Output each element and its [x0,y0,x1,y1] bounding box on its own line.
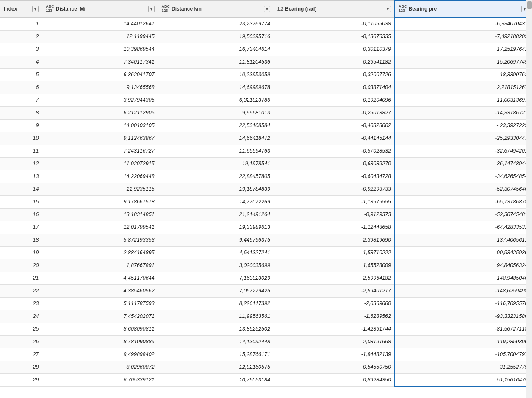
table-row: 214,4511706447,1630230292,59964182148,94… [0,272,532,284]
cell-bearing-rad: -0,25013827 [274,106,395,119]
cell-dist-mi: 9,499898402 [42,348,158,361]
cell-dist-km: 9,99681013 [158,106,274,119]
cell-index: 8 [0,106,42,119]
cell-bearing-rad: 1,65528009 [274,259,395,272]
type-icon-dist-mi: ABC123 [46,5,54,13]
cell-bearing-rad: 2,39819690 [274,234,395,246]
cell-bearing-pre: 17,25197641 [395,43,532,56]
cell-dist-km: 19,33989613 [158,221,274,234]
cell-index: 27 [0,348,42,361]
table-row: 1411,923511519,18784839-0,92293733-52,30… [0,183,532,195]
table-row: 258,60809081113,85252502-1,42361744-81,5… [0,323,532,335]
cell-index: 25 [0,323,42,335]
cell-bearing-rad: -0,44145144 [274,132,395,145]
col-header-index: Index ▾ [0,0,42,17]
cell-dist-mi: 8,02960872 [42,361,158,373]
cell-bearing-pre: -36,14748944 [395,157,532,170]
table-row: 159,17866757814,77072269-1,13676555-65,1… [0,195,532,208]
cell-dist-mi: 9,112463867 [42,132,158,145]
cell-bearing-pre: -148,6259498 [395,284,532,297]
cell-dist-km: 14,69989678 [158,81,274,94]
cell-bearing-rad: -0,63089270 [274,157,395,170]
cell-dist-mi: 11,9235115 [42,183,158,195]
type-icon-bearing-rad: 1.2 [277,7,283,11]
cell-index: 11 [0,145,42,157]
cell-bearing-pre: -52,30745646 [395,183,532,195]
table-row: 1712,0179954119,33989613-1,12448658-64,4… [0,221,532,234]
cell-bearing-rad: 0,54550750 [274,361,395,373]
col-dist-km-dropdown[interactable]: ▾ [264,6,270,12]
col-dist-mi-dropdown[interactable]: ▾ [148,6,155,12]
cell-bearing-pre: 15,20697749 [395,56,532,68]
cell-bearing-pre: 31,2552775 [395,361,532,373]
cell-dist-km: 22,88457805 [158,170,274,183]
table-row: 224,3854605627,057279425-2,59401217-148,… [0,284,532,297]
cell-index: 23 [0,297,42,310]
cell-dist-km: 3,020035699 [158,259,274,272]
cell-dist-mi: 8,608090811 [42,323,158,335]
data-table-container: Index ▾ ABC123 Distance_Mi ▾ [0,0,532,398]
table-row: 1314,2206944822,88457805-0,60434728-34,6… [0,170,532,183]
table-row: 212,119944519,50395716-0,13076335-7,4921… [0,30,532,43]
cell-bearing-pre: -32,67494201 [395,145,532,157]
cell-bearing-pre: -119,2850396 [395,335,532,348]
cell-bearing-rad: -0,92293733 [274,183,395,195]
col-bearing-rad-label: 1.2 Bearing (rad) [277,6,317,12]
cell-dist-km: 14,77072269 [158,195,274,208]
cell-bearing-rad: 0,89284350 [274,373,395,386]
cell-dist-mi: 14,44012641 [42,17,158,30]
cell-index: 12 [0,157,42,170]
table-row: 73,9279443056,3210237860,1920409611,0031… [0,94,532,106]
table-row: 86,2121129059,99681013-0,25013827-14,331… [0,106,532,119]
type-icon-bearing-pre: ABC123 [399,5,407,13]
table-row: 56,36294170710,239530590,3200772618,3390… [0,68,532,81]
scrollbar[interactable] [526,0,532,398]
cell-index: 19 [0,246,42,259]
cell-dist-km: 19,50395716 [158,30,274,43]
cell-dist-mi: 13,18314851 [42,208,158,221]
cell-dist-km: 13,85252502 [158,323,274,335]
cell-dist-km: 12,92160575 [158,361,274,373]
col-bearing-pre-label: ABC123 Bearing pre [399,5,437,13]
cell-bearing-rad: -1,12448658 [274,221,395,234]
cell-dist-km: 7,163023029 [158,272,274,284]
cell-dist-km: 11,99563561 [158,310,274,323]
cell-bearing-pre: -52,30745481 [395,208,532,221]
cell-bearing-pre: -34,62654854 [395,170,532,183]
table-row: 914,0010310522,53108584-0,40828002- 23,3… [0,119,532,132]
col-header-dist-mi: ABC123 Distance_Mi ▾ [42,0,158,17]
cell-dist-mi: 4,385460562 [42,284,158,297]
cell-dist-mi: 14,22069448 [42,170,158,183]
table-row: 279,49989840215,28766171-1,84482139-105,… [0,348,532,361]
cell-dist-km: 14,66418472 [158,132,274,145]
table-row: 192,8841648954,6413272411,5871022290,934… [0,246,532,259]
cell-index: 6 [0,81,42,94]
table-row: 268,78109088614,13092448-2,08191668-119,… [0,335,532,348]
cell-index: 15 [0,195,42,208]
cell-dist-km: 19,1978541 [158,157,274,170]
cell-bearing-pre: -65,13186878 [395,195,532,208]
table-row: 47,34011734111,812045360,2654118215,2069… [0,56,532,68]
cell-dist-mi: 6,212112905 [42,106,158,119]
cell-dist-km: 16,73404614 [158,43,274,56]
table-row: 109,11246386714,66418472-0,44145144-25,2… [0,132,532,145]
col-index-dropdown[interactable]: ▾ [32,6,39,12]
cell-bearing-rad: -0,13076335 [274,30,395,43]
col-bearing-rad-dropdown[interactable]: ▾ [385,6,391,12]
cell-dist-mi: 7,340117341 [42,56,158,68]
cell-dist-km: 4,641327241 [158,246,274,259]
cell-bearing-pre: -93,33231586 [395,310,532,323]
table-row: 310,3986954416,734046140,3011037917,2519… [0,43,532,56]
cell-dist-mi: 11,92972915 [42,157,158,170]
table-row: 117,24311672711,65594763-0,57028532-32,6… [0,145,532,157]
cell-index: 5 [0,68,42,81]
cell-index: 26 [0,335,42,348]
cell-bearing-pre: -105,7004797 [395,348,532,361]
scroll-thumb[interactable] [527,1,532,9]
cell-bearing-pre: 11,00313697 [395,94,532,106]
cell-dist-mi: 1,87667891 [42,259,158,272]
cell-index: 3 [0,43,42,56]
cell-index: 16 [0,208,42,221]
cell-dist-km: 23,23769774 [158,17,274,30]
cell-index: 24 [0,310,42,323]
